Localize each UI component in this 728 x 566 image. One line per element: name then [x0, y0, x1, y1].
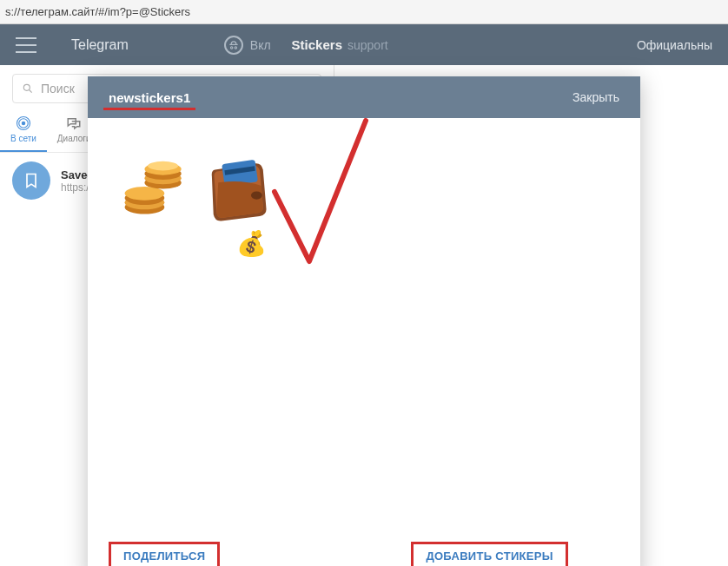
- incognito-label: Вкл: [250, 38, 271, 52]
- incognito-icon: [224, 36, 243, 55]
- coins-sticker[interactable]: [112, 144, 195, 227]
- share-button[interactable]: ПОДЕЛИТЬСЯ: [109, 542, 220, 567]
- header-title: Stickers: [292, 37, 342, 52]
- modal-overlay: newstickers1 Закрыть: [0, 65, 728, 566]
- modal-body: 💰: [88, 118, 640, 531]
- add-stickers-button[interactable]: ДОБАВИТЬ СТИКЕРЫ: [411, 542, 567, 567]
- modal-footer: ПОДЕЛИТЬСЯ ДОБАВИТЬ СТИКЕРЫ: [88, 531, 640, 566]
- stickers-modal: newstickers1 Закрыть: [88, 76, 640, 566]
- svg-point-13: [148, 161, 178, 171]
- close-button[interactable]: Закрыть: [572, 90, 619, 104]
- app-name: Telegram: [71, 37, 129, 53]
- modal-title: newstickers1: [109, 90, 190, 105]
- menu-button[interactable]: [16, 37, 36, 53]
- header-right-link[interactable]: Официальны: [637, 38, 712, 52]
- browser-url-bar[interactable]: s://телеграм.сайт/#/im?p=@Stickers: [0, 0, 728, 24]
- svg-point-16: [251, 191, 262, 199]
- app-header: Telegram Вкл Stickers support Официальны: [0, 24, 728, 65]
- incognito-toggle[interactable]: Вкл: [224, 36, 271, 55]
- wallet-sticker[interactable]: [199, 144, 282, 227]
- url-text: s://телеграм.сайт/#/im?p=@Stickers: [5, 5, 190, 18]
- header-subtitle: support: [347, 38, 388, 52]
- money-bag-sticker[interactable]: 💰: [234, 226, 268, 260]
- modal-header: newstickers1 Закрыть: [88, 76, 640, 118]
